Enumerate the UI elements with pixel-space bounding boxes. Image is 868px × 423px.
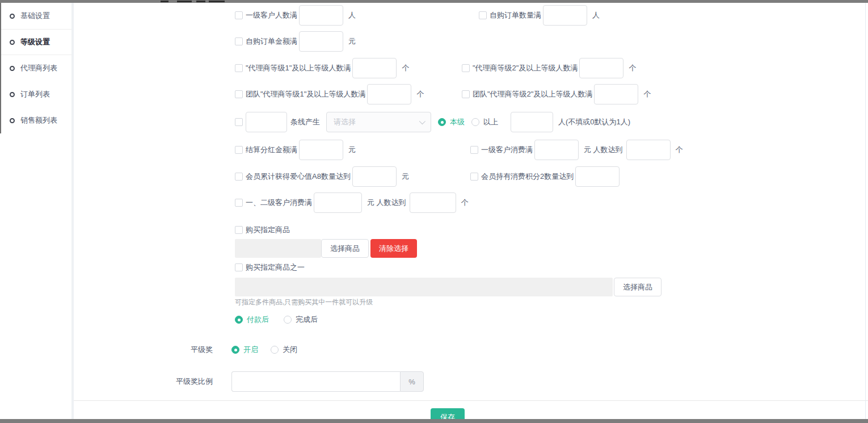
- level12-consume-count-input[interactable]: [410, 192, 456, 213]
- first-level-count-input[interactable]: [299, 5, 343, 26]
- self-order-amount-checkbox[interactable]: [235, 37, 243, 45]
- bottom-edge-bar: [0, 419, 868, 423]
- lines-above-radio[interactable]: 以上: [471, 117, 498, 127]
- first-level-count-checkbox[interactable]: [235, 11, 243, 19]
- love-value-checkbox[interactable]: [235, 173, 243, 181]
- consume-points-checkbox[interactable]: [470, 173, 478, 181]
- consume-points-label: 会员持有消费积分2数量达到: [481, 171, 574, 182]
- lines-this-level-radio[interactable]: 本级: [438, 117, 465, 127]
- peer-award-off-label: 关闭: [283, 345, 297, 355]
- team-agent-level2-input[interactable]: [594, 84, 638, 104]
- peer-award-label: 平级奖: [74, 345, 213, 355]
- left-edge-bar: [0, 3, 1, 133]
- condition-row-self-order-amount: 自购订单金额满 元: [235, 31, 868, 52]
- first-level-consume-checkbox[interactable]: [470, 146, 478, 154]
- circle-bullet-icon: [10, 92, 15, 97]
- team-agent-level2-checkbox[interactable]: [462, 90, 470, 98]
- footer-actions: 保存: [74, 401, 868, 419]
- level12-consume-checkbox[interactable]: [235, 199, 243, 207]
- peer-award-row: 平级奖 开启 关闭: [74, 344, 868, 355]
- clear-selection-button[interactable]: 清除选择: [370, 239, 417, 258]
- agent-level1-input[interactable]: [352, 58, 397, 78]
- lines-above-label: 以上: [483, 117, 498, 127]
- condition-row-level12-consume: 一、二级客户消费满 元 人数达到 个: [235, 192, 868, 213]
- team-agent-level1-suffix: 个: [416, 89, 424, 99]
- sidebar-item-basic-settings[interactable]: 基础设置: [0, 3, 71, 29]
- paid-after-radio[interactable]: 付款后: [235, 315, 269, 325]
- choose-goods-button[interactable]: 选择商品: [321, 239, 369, 258]
- chevron-down-icon: [419, 118, 425, 124]
- sidebar-item-level-settings[interactable]: 等级设置: [0, 29, 71, 55]
- choose-goods-one-button[interactable]: 选择商品: [614, 278, 661, 296]
- buy-goods-one-label: 购买指定商品之一: [246, 262, 305, 273]
- condition-row-self-order-count: 自购订单数量满 人: [479, 5, 600, 26]
- completed-after-radio[interactable]: 完成后: [284, 315, 318, 325]
- sidebar-item-label: 等级设置: [20, 37, 50, 47]
- lines-people-input[interactable]: [511, 112, 553, 132]
- cutoff-text-fragment: [196, 1, 205, 2]
- love-value-input[interactable]: [352, 166, 397, 187]
- self-order-amount-suffix: 元: [348, 36, 356, 47]
- peer-award-on-radio[interactable]: 开启: [231, 345, 258, 355]
- team-agent-level2-suffix: 个: [643, 89, 651, 99]
- dividend-checkbox[interactable]: [235, 146, 243, 154]
- agent-level1-checkbox[interactable]: [235, 64, 243, 72]
- level12-consume-suffix2: 个: [461, 198, 469, 208]
- consume-points-input[interactable]: [575, 166, 620, 187]
- buy-goods-one-checkbox[interactable]: [235, 263, 243, 271]
- first-level-consume-suffix1: 元 人数达到: [584, 145, 623, 155]
- first-level-consume-label: 一级客户消费满: [481, 145, 533, 155]
- paid-after-label: 付款后: [247, 315, 269, 325]
- lines-produce-checkbox[interactable]: [235, 118, 243, 126]
- agent-level1-label: "代理商等级1"及以上等级人数满: [246, 63, 351, 73]
- circle-bullet-icon: [10, 118, 15, 123]
- self-order-count-checkbox[interactable]: [479, 11, 487, 19]
- agent-level2-input[interactable]: [579, 58, 623, 78]
- cutoff-text-fragment: [177, 1, 192, 2]
- app-window: 基础设置 等级设置 代理商列表 订单列表 销售额列表: [0, 3, 868, 419]
- radio-dot-icon: [235, 316, 243, 324]
- radio-dot-icon: [284, 316, 292, 324]
- dividend-input[interactable]: [299, 140, 343, 160]
- love-value-suffix: 元: [402, 171, 409, 182]
- team-agent-level1-input[interactable]: [367, 84, 411, 104]
- team-agent-level2-label: 团队"代理商等级2"及以上等级人数满: [473, 89, 592, 99]
- buy-goods-checkbox[interactable]: [235, 226, 243, 234]
- condition-row-agent-level2: "代理商等级2"及以上等级人数满 个: [462, 58, 636, 78]
- condition-row-team-agent-level2: 团队"代理商等级2"及以上等级人数满 个: [462, 84, 651, 104]
- lines-produce-label: 条线产生: [290, 117, 320, 127]
- peer-ratio-input[interactable]: [231, 371, 400, 392]
- completed-after-label: 完成后: [296, 315, 318, 325]
- first-level-consume-suffix2: 个: [676, 145, 683, 155]
- first-level-consume-count-input[interactable]: [626, 140, 671, 160]
- sidebar-item-label: 销售额列表: [20, 115, 57, 125]
- peer-ratio-row: 平级奖比例 %: [74, 371, 868, 392]
- sidebar-item-order-list[interactable]: 订单列表: [0, 81, 71, 107]
- top-edge-bar: [0, 0, 868, 3]
- peer-award-off-radio[interactable]: 关闭: [271, 345, 297, 355]
- select-placeholder: 请选择: [334, 117, 356, 127]
- condition-row-buy-goods-one: 购买指定商品之一: [235, 262, 868, 273]
- first-level-count-label: 一级客户人数满: [246, 10, 297, 20]
- self-order-amount-input[interactable]: [299, 31, 343, 52]
- dividend-suffix: 元: [348, 145, 356, 155]
- condition-row-buy-goods: 购买指定商品: [235, 224, 868, 236]
- first-level-consume-input[interactable]: [534, 140, 579, 160]
- condition-row-agent-level1: "代理商等级1"及以上等级人数满 个 "代理商等级2"及以上等级人数满 个: [235, 58, 868, 78]
- lines-target-select[interactable]: 请选择: [326, 112, 431, 132]
- level12-consume-input[interactable]: [314, 192, 362, 213]
- self-order-count-label: 自购订单数量满: [490, 10, 541, 20]
- sidebar-item-agent-list[interactable]: 代理商列表: [0, 55, 71, 81]
- self-order-count-input[interactable]: [543, 5, 587, 26]
- condition-row-love-value: 会员累计获得爱心值A8数量达到 元 会员持有消费积分2数量达到: [235, 166, 868, 187]
- save-button[interactable]: 保存: [431, 408, 465, 419]
- agent-level2-suffix: 个: [629, 63, 636, 73]
- radio-dot-icon: [471, 118, 479, 126]
- sidebar-item-sales-list[interactable]: 销售额列表: [0, 107, 71, 133]
- agent-level2-label: "代理商等级2"及以上等级人数满: [473, 63, 578, 73]
- team-agent-level1-checkbox[interactable]: [235, 90, 243, 98]
- lines-count-input[interactable]: [246, 112, 287, 132]
- sidebar-item-label: 订单列表: [20, 89, 50, 99]
- self-order-count-suffix: 人: [592, 10, 600, 20]
- agent-level2-checkbox[interactable]: [462, 64, 470, 72]
